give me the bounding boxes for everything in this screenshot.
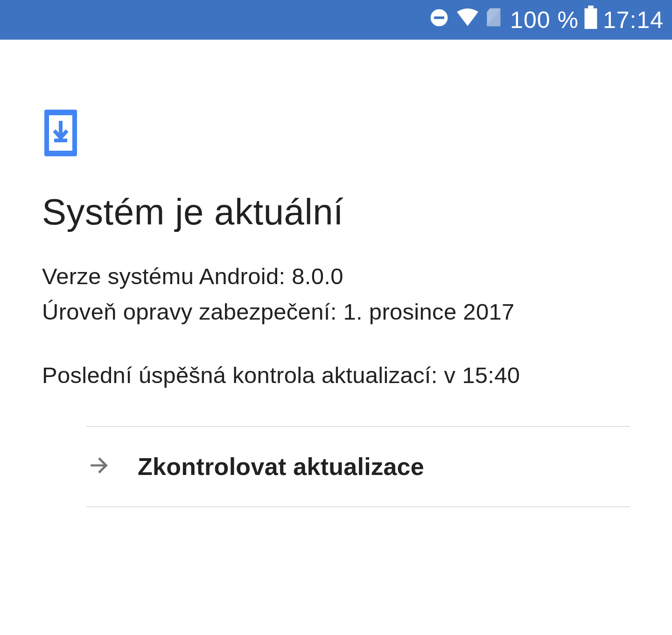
action-section: Zkontrolovat aktualizace <box>42 426 630 507</box>
page-title: Systém je aktuální <box>42 191 630 233</box>
status-icons <box>429 6 504 35</box>
last-check-line: Poslední úspěšná kontrola aktualizací: v… <box>42 358 630 393</box>
security-patch-line: Úroveň opravy zabezpečení: 1. prosince 2… <box>42 294 630 330</box>
status-time: 17:14 <box>603 7 664 34</box>
svg-rect-2 <box>588 6 594 8</box>
divider <box>86 506 630 507</box>
status-bar: 100 % 17:14 <box>0 0 672 40</box>
battery-percent: 100 % <box>510 7 579 34</box>
svg-rect-3 <box>584 8 597 28</box>
do-not-disturb-icon <box>429 7 449 34</box>
system-update-icon <box>44 110 630 158</box>
battery-icon <box>584 6 597 35</box>
svg-rect-1 <box>434 16 444 19</box>
android-version-line: Verze systému Android: 8.0.0 <box>42 259 630 294</box>
svg-rect-6 <box>54 139 67 142</box>
check-updates-label: Zkontrolovat aktualizace <box>138 453 424 481</box>
main-content: Systém je aktuální Verze systému Android… <box>0 40 672 507</box>
check-updates-button[interactable]: Zkontrolovat aktualizace <box>86 427 630 506</box>
wifi-icon <box>456 6 479 35</box>
no-sim-icon <box>486 6 504 34</box>
arrow-right-icon <box>86 453 112 480</box>
